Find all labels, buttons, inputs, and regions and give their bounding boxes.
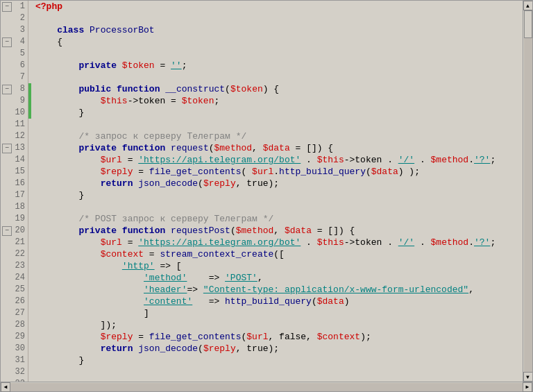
line-number: 30 [11, 343, 28, 355]
token-variable: $data [263, 142, 290, 154]
token-func-name: file_get_contents [149, 331, 242, 343]
gutter-row: 12 [1, 130, 28, 142]
line-number: 3 [11, 24, 28, 36]
token-plain: ( [241, 331, 246, 343]
token-variable: $context [317, 331, 360, 343]
line-number: 13 [12, 142, 28, 154]
token-plain: { [35, 36, 62, 48]
gutter-row: 5 [1, 48, 28, 60]
token-kw-class: class [57, 24, 84, 36]
token-plain [35, 154, 101, 166]
token-plain: ) { [263, 83, 279, 95]
gutter-row: −1 [1, 1, 28, 12]
code-line: <?php [31, 1, 523, 12]
token-func-name: file_get_contents [149, 166, 242, 178]
scrollbar-track[interactable] [524, 10, 532, 372]
token-plain: ( [209, 142, 214, 154]
line-number: 16 [11, 178, 28, 189]
token-plain: = []) { [312, 225, 355, 237]
token-plain: = []) { [290, 142, 333, 154]
right-scrollbar[interactable]: ▲ ▼ [523, 1, 532, 382]
token-plain: , [252, 142, 263, 154]
gutter-row: 33 [1, 378, 28, 382]
code-line: private $token = ''; [31, 60, 523, 71]
token-plain: ([ [273, 248, 285, 260]
scrollbar-thumb[interactable] [524, 10, 532, 38]
token-kw-public: public [78, 83, 111, 95]
h-scrollbar-track[interactable] [10, 383, 523, 391]
fold-marker[interactable]: − [2, 37, 12, 47]
token-plain: , true); [236, 343, 279, 355]
bottom-scrollbar[interactable]: ◀ ▶ [1, 382, 532, 391]
gutter-row: 3 [1, 24, 28, 36]
token-string: 'POST' [225, 272, 257, 284]
token-plain [35, 331, 101, 343]
gutter-row: 11 [1, 119, 28, 130]
token-variable: $method [431, 154, 469, 166]
line-number: 8 [12, 83, 28, 95]
scroll-left-btn[interactable]: ◀ [1, 382, 10, 392]
token-plain: ; [214, 95, 219, 107]
line-number: 1 [12, 1, 28, 12]
gutter-row: 16 [1, 178, 28, 189]
fold-marker[interactable]: − [2, 85, 12, 94]
token-func-name: __construct [165, 83, 225, 95]
gutter-row: 2 [1, 12, 28, 24]
token-plain: ->token = [128, 95, 182, 107]
line-number: 10 [11, 107, 28, 119]
gutter-row: 9 [1, 95, 28, 107]
token-plain: } [35, 189, 84, 201]
token-func-name: request [171, 142, 209, 154]
gutter-row: 10 [1, 107, 28, 119]
token-plain [133, 178, 138, 189]
token-plain: ; [490, 237, 496, 248]
line-number: 6 [11, 60, 28, 71]
token-plain [35, 272, 144, 284]
token-variable: $reply [101, 331, 133, 343]
token-plain: => [187, 272, 225, 284]
token-variable: $reply [101, 166, 133, 178]
code-line: class ProcessorBot [31, 24, 523, 36]
line-number: 9 [11, 95, 28, 107]
gutter-row: 27 [1, 307, 28, 319]
token-plain: , [257, 272, 263, 284]
token-plain: = [122, 154, 138, 166]
token-comment: /* запрос к серверу Телеграм */ [78, 130, 246, 142]
token-plain: = [133, 331, 149, 343]
code-line [31, 366, 523, 378]
code-content[interactable]: <?php class ProcessorBot { private $toke… [31, 1, 523, 382]
token-plain: ( [198, 343, 203, 355]
token-kw-function: function [122, 142, 165, 154]
token-variable: $reply [203, 178, 236, 189]
gutter-row: 19 [1, 213, 28, 225]
token-plain [35, 343, 101, 355]
code-line: $this->token = $token; [31, 95, 523, 107]
scroll-up-btn[interactable]: ▲ [523, 1, 533, 10]
token-string: 'http' [122, 260, 155, 272]
gutter-row: 17 [1, 189, 28, 201]
token-plain: } [35, 107, 84, 119]
token-plain [117, 225, 122, 237]
token-plain: . [414, 237, 430, 248]
token-variable: $url [101, 237, 122, 248]
scroll-right-btn[interactable]: ▶ [523, 382, 532, 392]
scroll-down-btn[interactable]: ▼ [523, 372, 533, 382]
line-number: 12 [11, 130, 28, 142]
token-plain: . [301, 237, 316, 248]
fold-marker[interactable]: − [2, 144, 12, 153]
token-plain: => [ [155, 260, 182, 272]
token-kw-php: <?php [35, 1, 62, 12]
fold-marker[interactable]: − [2, 226, 12, 236]
code-line: return json_decode($reply, true); [31, 343, 523, 355]
line-number: 26 [11, 296, 28, 307]
fold-marker[interactable]: − [2, 2, 12, 12]
gutter-row: 28 [1, 319, 28, 331]
line-number: 31 [11, 355, 28, 366]
line-number: 33 [11, 378, 28, 382]
gutter-row: 6 [1, 60, 28, 71]
token-plain: } [35, 355, 84, 366]
code-line: 'http' => [ [31, 260, 523, 272]
token-string: 'https://api.telegram.org/bot' [138, 154, 301, 166]
token-plain: => [187, 284, 203, 296]
line-number: 2 [11, 12, 28, 24]
